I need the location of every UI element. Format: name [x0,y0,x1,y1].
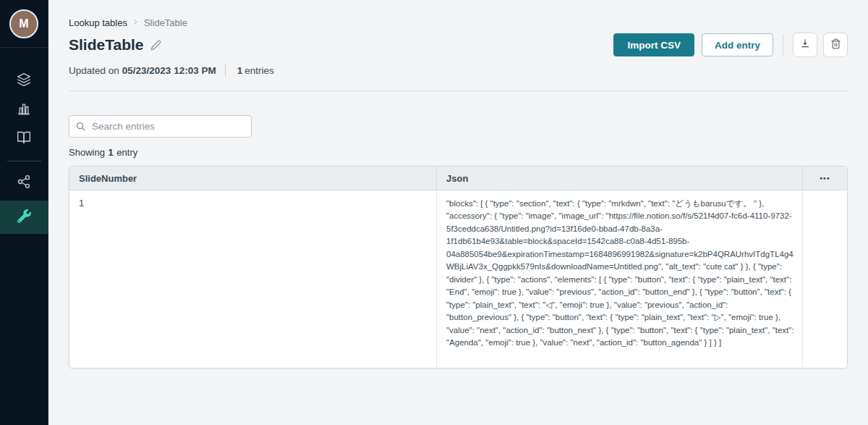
toolbar-divider [783,34,783,56]
breadcrumb-current: SlideTable [144,17,187,28]
cell-slidenumber[interactable]: 1 [69,190,436,368]
table-row[interactable]: 1 "blocks": [ { "type": "section", "text… [69,190,847,368]
layers-icon [17,72,31,90]
sidebar: M [0,0,48,425]
sidebar-item-library[interactable] [0,125,48,153]
delete-table-button[interactable] [823,33,848,57]
header-divider [69,91,848,91]
column-actions-menu[interactable]: ••• [802,167,847,190]
book-icon [17,130,31,148]
avatar[interactable]: M [9,9,38,38]
wrench-icon [17,209,31,226]
add-entry-button[interactable]: Add entry [702,33,773,56]
column-header-json[interactable]: Json [436,167,802,190]
cell-row-actions [802,190,847,368]
main-content: Lookup tables SlideTable SlideTable Impo… [48,0,868,425]
table-meta: Updated on 05/23/2023 12:03 PM 1entries [69,64,848,76]
results-summary: Showing 1 entry [69,147,848,158]
sidebar-divider [0,47,48,48]
lookup-table: SlideNumber Json ••• 1 "blocks": [ { "ty… [69,166,848,369]
ellipsis-icon: ••• [820,174,830,182]
avatar-letter: M [19,17,28,30]
toolbar: Import CSV Add entry [613,33,848,57]
download-icon [799,38,811,52]
sidebar-item-charts[interactable] [0,96,48,125]
share-icon [17,174,31,192]
chevron-right-icon [132,17,140,28]
title-row: SlideTable Import CSV Add entry [69,33,848,57]
updated-timestamp: 05/23/2023 12:03 PM [122,65,216,76]
column-header-slidenumber[interactable]: SlideNumber [69,167,436,190]
sidebar-item-layers[interactable] [0,67,48,96]
sidebar-item-tools[interactable] [0,201,48,234]
updated-prefix: Updated on [69,65,119,76]
meta-divider [225,64,226,76]
search-input[interactable] [69,115,252,138]
download-button[interactable] [793,33,817,57]
page-title: SlideTable [69,36,143,54]
search-box [69,115,252,138]
import-csv-button[interactable]: Import CSV [613,33,694,56]
table-header: SlideNumber Json ••• [69,167,847,190]
sidebar-section-divider [7,161,41,161]
breadcrumb-lookup-tables[interactable]: Lookup tables [69,17,127,28]
cell-json[interactable]: "blocks": [ { "type": "section", "text":… [436,190,802,368]
bar-chart-icon [17,101,31,119]
entries-count: 1entries [234,65,274,76]
trash-icon [830,38,841,52]
breadcrumb: Lookup tables SlideTable [69,17,848,28]
sidebar-item-connections[interactable] [0,169,48,198]
edit-title-icon[interactable] [150,40,161,51]
